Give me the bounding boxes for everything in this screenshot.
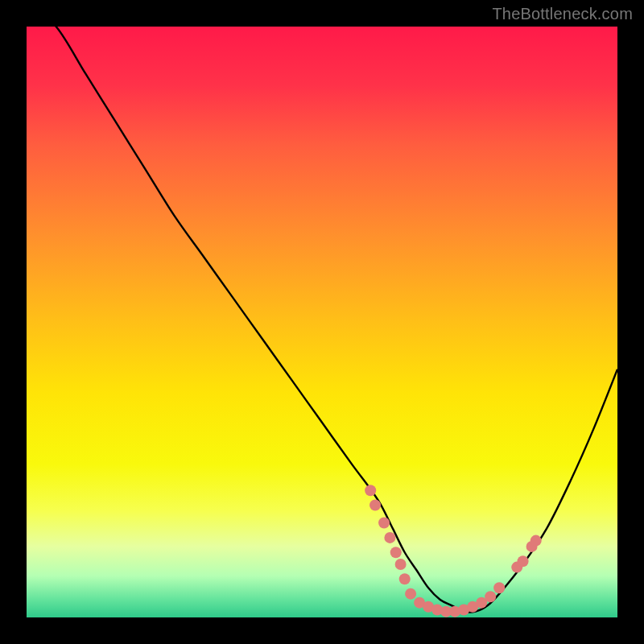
data-marker [395, 559, 407, 570]
data-marker [399, 573, 411, 584]
chart-frame: TheBottleneck.com [0, 0, 644, 644]
data-marker [369, 500, 381, 511]
data-marker [530, 535, 542, 547]
attribution-text: TheBottleneck.com [492, 5, 633, 23]
data-marker [405, 588, 416, 600]
gradient-background [27, 27, 617, 617]
data-marker [390, 547, 402, 558]
data-marker [378, 518, 390, 529]
data-marker [518, 555, 529, 567]
plot-area [27, 27, 617, 617]
data-marker [384, 532, 395, 543]
bottleneck-chart [27, 27, 617, 617]
data-marker [493, 582, 505, 593]
data-marker [485, 591, 496, 602]
data-marker [365, 485, 376, 496]
